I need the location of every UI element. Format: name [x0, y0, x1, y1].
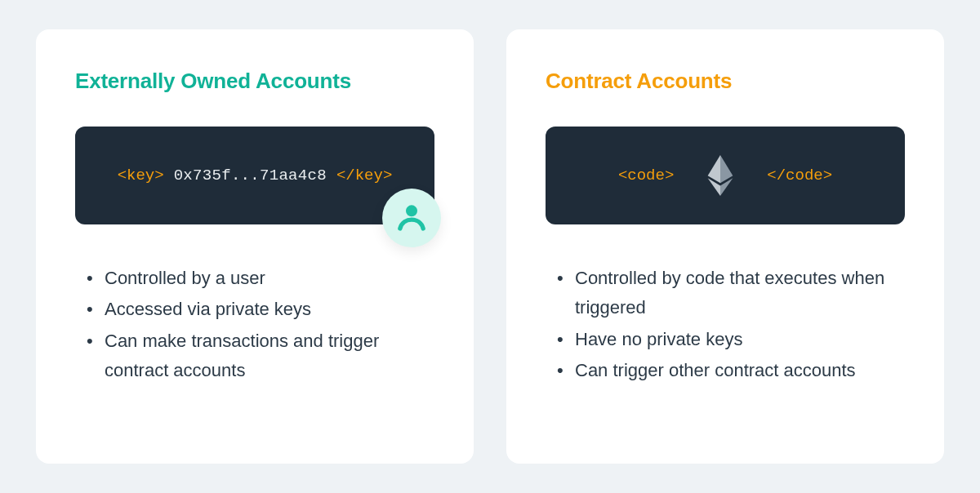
ethereum-icon [706, 155, 734, 196]
list-item: Have no private keys [552, 325, 905, 354]
svg-point-0 [406, 205, 417, 216]
contract-card: Contract Accounts <code> </code> Control… [506, 29, 944, 464]
eoa-feature-list: Controlled by a user Accessed via privat… [75, 264, 434, 387]
contract-open-tag: <code> [618, 167, 674, 184]
eoa-close-tag: </key> [336, 167, 392, 184]
list-item: Controlled by code that executes when tr… [552, 264, 905, 323]
eoa-codebox-wrap: <key> 0x735f...71aa4c8 </key> [75, 127, 434, 224]
svg-marker-2 [708, 155, 720, 183]
eoa-card: Externally Owned Accounts <key> 0x735f..… [36, 29, 474, 464]
eoa-codebox: <key> 0x735f...71aa4c8 </key> [75, 127, 434, 224]
contract-codebox: <code> </code> [546, 127, 905, 224]
user-avatar-badge [382, 189, 441, 247]
contract-codebox-wrap: <code> </code> [546, 127, 905, 224]
list-item: Accessed via private keys [82, 295, 434, 324]
contract-title: Contract Accounts [546, 69, 905, 94]
list-item: Controlled by a user [82, 264, 434, 293]
eoa-title: Externally Owned Accounts [75, 69, 434, 94]
list-item: Can trigger other contract accounts [552, 356, 905, 385]
eoa-open-tag: <key> [118, 167, 164, 184]
contract-close-tag: </code> [767, 167, 832, 184]
list-item: Can make transactions and trigger contra… [82, 326, 434, 386]
user-icon [395, 200, 428, 236]
svg-marker-1 [720, 155, 733, 183]
contract-feature-list: Controlled by code that executes when tr… [546, 264, 905, 387]
eoa-key-value: 0x735f...71aa4c8 [174, 167, 327, 184]
